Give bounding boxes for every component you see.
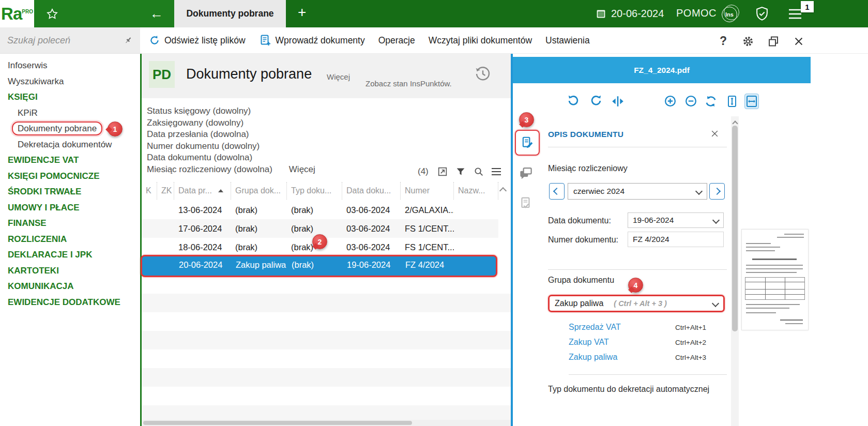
decree-document-tab[interactable] bbox=[519, 196, 532, 211]
sidebar-section-umowy-i-place[interactable]: UMOWY I PŁACE bbox=[0, 200, 140, 216]
search-input[interactable]: Szukaj poleceń bbox=[7, 35, 70, 46]
sidebar-section-ksiegi[interactable]: KSIĘGI bbox=[0, 89, 140, 105]
sidebar-section-ksiegi-pomocnicze[interactable]: KSIĘGI POMOCNICZE bbox=[0, 169, 140, 185]
restore-window-icon[interactable] bbox=[767, 35, 780, 48]
command-search-bar[interactable]: Szukaj poleceń bbox=[0, 27, 140, 54]
zoom-in-icon[interactable] bbox=[664, 95, 677, 108]
document-group-combo[interactable]: Zakup paliwa ( Ctrl + Alt + 3 ) bbox=[548, 295, 725, 312]
table-empty-row bbox=[142, 294, 511, 312]
horizontal-scrollbar-thumb[interactable] bbox=[143, 421, 412, 425]
sidebar-section-ewidencje-vat[interactable]: EWIDENCJE VAT bbox=[0, 153, 140, 169]
list-menu-icon[interactable] bbox=[491, 167, 501, 176]
shield-check-icon[interactable] bbox=[754, 6, 770, 22]
next-month-button[interactable] bbox=[709, 183, 725, 200]
document-check-icon bbox=[519, 196, 532, 211]
hamburger-menu-icon[interactable] bbox=[788, 8, 802, 20]
sidebar-section-deklaracje-i-jpk[interactable]: DEKLARACJE I JPK bbox=[0, 247, 140, 263]
month-select[interactable]: czerwiec 2024 bbox=[568, 183, 707, 200]
tab-dokumenty-pobrane[interactable]: Dokumenty pobrane bbox=[174, 0, 286, 27]
close-panel-icon[interactable] bbox=[710, 129, 719, 138]
sidebar-section-ewidencje-dodatkowe[interactable]: EWIDENCJE DODATKOWE bbox=[0, 295, 140, 311]
panel-scrollbar-thumb[interactable] bbox=[732, 126, 738, 331]
table-scroll-up-icon[interactable] bbox=[500, 186, 506, 195]
sidebar-section-srodki-trwale[interactable]: ŚRODKI TRWAŁE bbox=[0, 184, 140, 200]
history-clock-icon[interactable] bbox=[474, 65, 492, 83]
sidebar-item-kpir[interactable]: KPiR bbox=[0, 105, 140, 121]
shortcut-zakup-paliwa[interactable]: Zakup paliwa bbox=[569, 353, 617, 362]
col-nazwa[interactable]: Nazw... bbox=[454, 182, 498, 200]
sidebar-section-rozliczenia[interactable]: ROZLICZENIA bbox=[0, 232, 140, 248]
cell-grupa: (brak) bbox=[231, 201, 287, 219]
shortcut-sprzedaz-vat[interactable]: Sprzedaż VAT bbox=[569, 323, 621, 332]
export-icon[interactable] bbox=[437, 166, 448, 177]
filter-funnel-icon[interactable] bbox=[455, 166, 466, 177]
cell-numer: FZ 4/2024 bbox=[401, 256, 454, 276]
search-icon[interactable] bbox=[473, 166, 484, 177]
filter-data-przeslania[interactable]: Data przesłania (dowolna) bbox=[147, 129, 315, 141]
new-tab-plus-button[interactable]: + bbox=[298, 5, 306, 20]
enter-documents-button[interactable]: Wprowadź dokumenty bbox=[259, 34, 365, 47]
refresh-view-icon[interactable] bbox=[704, 95, 718, 108]
back-arrow-icon[interactable]: ← bbox=[150, 7, 163, 20]
favorites-star-icon[interactable] bbox=[45, 7, 59, 21]
filters-more-link[interactable]: Więcej bbox=[289, 164, 315, 176]
col-typ[interactable]: Typ doku... bbox=[287, 182, 342, 200]
cell-grupa: (brak) bbox=[231, 238, 287, 256]
document-number-input[interactable]: FZ 4/2024 bbox=[628, 232, 724, 247]
filter-miesiac-rozliczeniowy[interactable]: Miesiąc rozliczeniowy (dowolna) bbox=[147, 164, 272, 176]
business-date[interactable]: 20-06-2024 bbox=[611, 8, 664, 20]
app-logo[interactable]: RaPRO bbox=[0, 0, 34, 27]
sidebar-item-infoserwis[interactable]: Infoserwis bbox=[0, 58, 140, 74]
rotate-left-icon[interactable] bbox=[567, 94, 580, 108]
help-icon[interactable]: ? bbox=[720, 34, 727, 48]
gear-icon[interactable] bbox=[742, 35, 754, 48]
ins-label: Ins bbox=[725, 11, 734, 18]
previous-month-button[interactable] bbox=[549, 183, 565, 200]
zoom-out-icon[interactable] bbox=[684, 95, 697, 108]
help-menu[interactable]: POMOC bbox=[676, 7, 717, 19]
table-row[interactable]: 13-06-2024 (brak) (brak) 03-06-2024 2/GA… bbox=[142, 201, 498, 219]
pdf-page-thumbnail[interactable] bbox=[741, 229, 809, 330]
sidebar-item-wyszukiwarka[interactable]: Wyszukiwarka bbox=[0, 74, 140, 90]
settings-label: Ustawienia bbox=[545, 35, 590, 46]
fit-width-button[interactable] bbox=[744, 94, 759, 109]
sidebar-section-finanse[interactable]: FINANSE bbox=[0, 216, 140, 232]
refresh-file-list-button[interactable]: Odśwież listę plików bbox=[149, 35, 246, 46]
pin-icon[interactable] bbox=[124, 36, 133, 45]
chevron-down-icon bbox=[712, 300, 719, 307]
operations-menu[interactable]: Operacje bbox=[378, 35, 415, 46]
fit-height-button[interactable] bbox=[725, 94, 739, 109]
document-date-combo[interactable]: 19-06-2024 bbox=[628, 212, 724, 228]
col-zk[interactable]: ZK bbox=[157, 182, 174, 200]
table-row-selected[interactable]: 20-06-2024 Zakup paliwa (brak) 19-06-202… bbox=[141, 255, 497, 277]
rotate-right-icon[interactable] bbox=[589, 94, 603, 108]
close-window-icon[interactable] bbox=[793, 36, 804, 47]
auto-decree-type-label: Typ dokumentu do dekretacji automatyczne… bbox=[548, 385, 709, 394]
sidebar-section-komunikacja[interactable]: KOMUNIKACJA bbox=[0, 279, 140, 295]
load-document-files-button[interactable]: Wczytaj pliki dokumentów bbox=[429, 35, 532, 46]
cell-numer: FS 1/CENT... bbox=[401, 219, 454, 238]
group-value: Zakup paliwa bbox=[555, 299, 603, 308]
col-grupa[interactable]: Grupa dok... bbox=[231, 182, 287, 200]
document-description-tab[interactable] bbox=[515, 130, 540, 156]
settings-menu[interactable]: Ustawienia bbox=[545, 35, 590, 46]
table-empty-row bbox=[142, 349, 511, 368]
filter-numer-dokumentu[interactable]: Numer dokumentu (dowolny) bbox=[147, 141, 315, 153]
filter-status-ksiegowy[interactable]: Status księgowy (dowolny) bbox=[147, 105, 315, 117]
filter-data-dokumentu[interactable]: Data dokumentu (dowolna) bbox=[147, 152, 315, 164]
flip-split-icon[interactable] bbox=[611, 95, 625, 108]
col-numer[interactable]: Numer bbox=[401, 182, 454, 200]
col-k[interactable]: K bbox=[142, 182, 157, 200]
sidebar-section-kartoteki[interactable]: KARTOTEKI bbox=[0, 263, 140, 279]
calendar-icon bbox=[596, 8, 606, 19]
ins-account-icon[interactable]: Ins bbox=[722, 5, 739, 22]
col-data-dokumentu[interactable]: Data doku... bbox=[342, 182, 401, 200]
comments-tab[interactable] bbox=[518, 165, 534, 181]
title-more-link[interactable]: Więcej bbox=[327, 72, 350, 81]
cell-data-przeslania: 20-06-2024 bbox=[175, 256, 232, 276]
sidebar-item-dekretacja-dokumentow[interactable]: Dekretacja dokumentów bbox=[0, 137, 140, 153]
filter-zaksiegowany[interactable]: Zaksięgowany (dowolny) bbox=[147, 117, 315, 129]
col-data-przeslania[interactable]: Data pr... bbox=[174, 182, 231, 200]
inspoints-link[interactable]: Zobacz stan InsPunktów. bbox=[366, 79, 452, 88]
shortcut-zakup-vat[interactable]: Zakup VAT bbox=[569, 338, 609, 347]
